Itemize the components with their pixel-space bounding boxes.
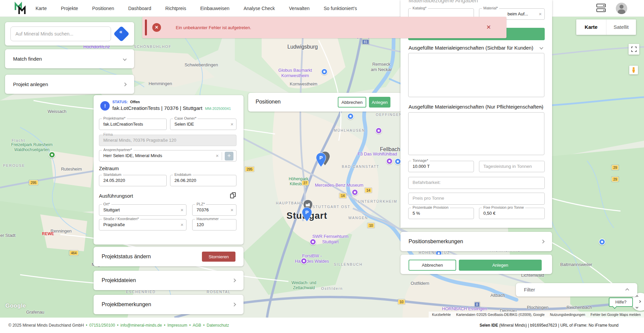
position-actions-card: Abbrechen Anlegen <box>400 255 552 274</box>
search-input[interactable] <box>10 26 111 41</box>
befahrbarkeit-field[interactable]: Befahrbarkeit: <box>408 177 545 189</box>
map-poi-icon[interactable] <box>386 158 393 164</box>
map-poi-icon[interactable] <box>599 239 605 245</box>
map-type-karte-button[interactable]: Karte <box>576 19 606 35</box>
copy-icon[interactable] <box>230 192 236 198</box>
strasse-field[interactable]: Straße / Koordinaten* Pragstraße × <box>99 219 186 230</box>
fixe-provision-field[interactable]: Fixe Provision pro Tonne 0,50 € <box>479 208 545 219</box>
fullscreen-icon <box>631 47 637 52</box>
projektname-field[interactable]: Projektname* fak.LotCreationTests <box>99 119 167 130</box>
chevron-right-icon <box>541 240 544 243</box>
ansprechpartner-field[interactable]: Ansprechpartner* Herr Selen IDE, Mineral… <box>99 150 236 161</box>
nav-item-projekte[interactable]: Projekte <box>61 6 78 11</box>
clear-icon[interactable]: × <box>230 121 233 127</box>
nav-item-positionen[interactable]: Positionen <box>92 6 114 11</box>
filter-label: Filter <box>524 287 535 292</box>
nav-item-verwalten[interactable]: Verwalten <box>289 6 310 11</box>
nav-item-analyse-check[interactable]: Analyse Check <box>244 6 275 11</box>
map-poi-icon[interactable] <box>49 151 55 158</box>
hausnummer-field[interactable]: Hausnummer 120 <box>192 219 236 230</box>
eigenschaften-kunden-label: Ausgefüllte Materialeigenschaften (Sicht… <box>409 45 533 51</box>
nav-item-richtpreis[interactable]: Richtpreis <box>165 6 186 11</box>
phone-link[interactable]: 07151/250100 <box>89 323 115 328</box>
map-poi-icon[interactable] <box>310 239 316 245</box>
svg-text:P: P <box>319 155 323 160</box>
status-label: STATUS: <box>112 100 128 104</box>
nav-item-einbauweisen[interactable]: Einbauweisen <box>200 6 229 11</box>
clear-icon[interactable]: × <box>180 207 183 213</box>
user-avatar[interactable] <box>616 3 627 14</box>
tonnage-field[interactable]: Tonnage* 10.000 T <box>408 161 474 172</box>
map-poi-icon[interactable] <box>394 158 401 165</box>
road-badge: 14 <box>365 188 372 193</box>
clear-icon[interactable]: × <box>230 207 233 213</box>
filter-panel[interactable]: Filter <box>516 283 637 296</box>
nav-item-dashboard[interactable]: Dashboard <box>128 6 151 11</box>
position-anlegen-button[interactable]: Anlegen <box>459 260 542 271</box>
case-owner-field[interactable]: Case Owner* Selen IDE × <box>170 119 236 130</box>
chevron-up-icon <box>625 288 629 292</box>
eigenschaften-pflicht-textarea[interactable] <box>408 112 544 155</box>
copyright-text: © 2025 Mineral Minds Deutschland GmbH <box>8 323 84 328</box>
chevron-down-icon[interactable] <box>539 46 543 49</box>
map-type-control: Karte Satellit <box>576 19 636 35</box>
tagesleistung-field[interactable]: Tagesleistung in Tonnen <box>479 161 545 172</box>
clear-icon[interactable]: × <box>539 11 542 17</box>
projekt-anlegen-accordion[interactable]: Projekt anlegen <box>5 75 134 94</box>
map-poi-icon[interactable] <box>301 258 307 264</box>
agb-link[interactable]: AGB <box>193 323 201 328</box>
session-info: Selen IDE (Mineral Minds) | b91695ed7623… <box>480 318 619 333</box>
nav-item-karte[interactable]: Karte <box>36 6 47 11</box>
map-poi-icon[interactable] <box>352 189 358 196</box>
add-contact-button[interactable]: + <box>225 152 233 160</box>
positionsbemerkungen-accordion[interactable]: Positionsbemerkungen <box>400 232 552 251</box>
road-badge: 10 <box>367 223 374 228</box>
projektbemerkungen-accordion[interactable]: Projektbemerkungen <box>94 295 244 314</box>
positionen-anlegen-button[interactable]: Anlegen <box>369 97 390 108</box>
clear-icon[interactable]: × <box>180 222 183 227</box>
pegman-icon <box>631 67 636 73</box>
mineral-minds-logo[interactable] <box>14 2 28 16</box>
stornieren-button[interactable]: Stornieren <box>202 252 235 262</box>
positionen-title: Positionen <box>256 99 281 105</box>
nav-item-so-funktioniert-s[interactable]: So funktioniert's <box>324 6 357 11</box>
map-poi-icon[interactable] <box>375 127 382 134</box>
card-reader-icon[interactable] <box>596 4 606 13</box>
map-attribution: Kurzbefehle Kartendaten ©2025 GeoBasis-D… <box>429 312 644 318</box>
positionen-abbrechen-button[interactable]: Abbrechen <box>338 97 366 108</box>
preis-pro-tonne-field[interactable]: Preis pro Tonne <box>408 193 545 205</box>
ausfuehrungsort-heading: Ausführungsort <box>99 193 133 199</box>
help-button[interactable]: Hilfe? <box>609 297 633 307</box>
map-marker-position-bad-cannstatt[interactable]: P <box>316 152 326 167</box>
datenschutz-link[interactable]: Datenschutz <box>207 323 229 328</box>
separator <box>189 323 191 328</box>
map-type-satellit-button[interactable]: Satellit <box>606 19 636 35</box>
map-poi-icon[interactable] <box>347 113 354 120</box>
navigate-diamond-button[interactable]: « <box>113 26 129 42</box>
startdatum-field[interactable]: Startdatum 24.05.2020 <box>99 175 167 186</box>
ort-field[interactable]: Ort* Stuttgart × <box>99 204 186 216</box>
eigenschaften-kunden-textarea[interactable] <box>408 53 544 97</box>
impressum-link[interactable]: Impressum <box>167 323 187 328</box>
enddatum-field[interactable]: Enddatum 26.06.2020 <box>170 175 236 186</box>
clear-icon[interactable]: × <box>216 153 219 158</box>
error-close-button[interactable]: ✕ <box>486 24 491 31</box>
google-logo[interactable]: Google <box>5 303 26 309</box>
fullscreen-button[interactable] <box>629 44 639 55</box>
search-card: « <box>5 22 134 46</box>
prozentuale-provision-field[interactable]: Prozentuale Provision 5 % <box>408 208 474 219</box>
match-finden-accordion[interactable]: Match finden <box>5 49 134 68</box>
report-error-link[interactable]: Fehler bei Google Maps melden <box>591 313 641 317</box>
projektdateien-accordion[interactable]: Projektdateien <box>94 271 244 290</box>
footer: © 2025 Mineral Minds Deutschland GmbH 07… <box>0 318 644 333</box>
positionen-bar: Positionen Abbrechen Anlegen <box>248 93 401 112</box>
map-poi-icon[interactable] <box>321 68 328 75</box>
map-marker-position-stuttgart[interactable]: P <box>302 207 312 222</box>
plz-field[interactable]: PLZ* 70376 × <box>192 204 236 216</box>
shortcuts-link[interactable]: Kurzbefehle <box>432 313 451 317</box>
chevron-down-icon <box>123 57 126 61</box>
email-link[interactable]: info@mineral-minds.de <box>120 323 162 328</box>
pegman-button[interactable] <box>629 66 638 74</box>
terms-link[interactable]: Nutzungsbedingungen <box>550 313 585 317</box>
position-abbrechen-button[interactable]: Abbrechen <box>409 260 456 271</box>
